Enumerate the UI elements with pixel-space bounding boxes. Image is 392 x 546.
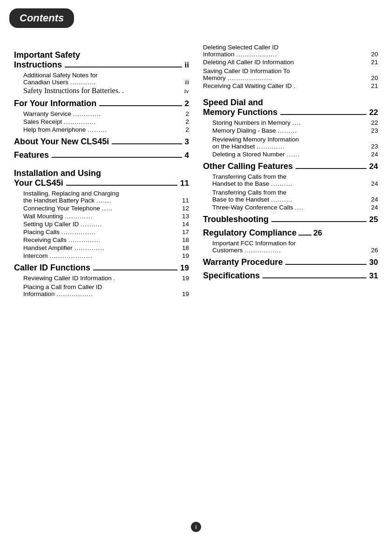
page: Contents Important Safety Instructions i… <box>0 0 392 546</box>
section-heading: Features 4 <box>14 150 189 160</box>
underline <box>93 270 177 270</box>
section-for-your-information: For Your Information 2 Warranty Service … <box>14 99 189 133</box>
underline <box>280 114 366 115</box>
section-heading-line2: Memory Functions 22 <box>203 108 378 117</box>
section-warranty-procedure: Warranty Procedure 30 <box>203 257 378 267</box>
right-column: Deleting Selected Caller ID Information … <box>198 42 378 297</box>
section-heading: Other Calling Features 24 <box>203 162 378 171</box>
main-content: Important Safety Instructions ii Additio… <box>0 28 392 316</box>
subsection-reviewing-caller-id: Reviewing Caller ID Information . 19 <box>23 275 189 282</box>
section-heading-line2: Instructions ii <box>14 60 189 70</box>
underline <box>271 221 366 222</box>
section-features: Features 4 <box>14 150 189 160</box>
section-heading: Troubleshooting 25 <box>203 215 378 224</box>
header-bar: Contents <box>9 8 74 28</box>
underline <box>66 185 177 186</box>
subsection-deleting-stored: Deleting a Stored Number ...... 24 <box>212 151 378 158</box>
subsection-safety-batteries: Safety Instructions for Batteries. . iv <box>23 87 189 95</box>
underline <box>99 105 182 106</box>
left-column: Important Safety Instructions ii Additio… <box>14 42 198 297</box>
section-important-safety: Important Safety Instructions ii Additio… <box>14 50 189 95</box>
underline <box>263 277 366 278</box>
section-heading: Specifications 31 <box>203 271 378 281</box>
subsection-caller-id-setup: Setting Up Caller ID .......... 14 <box>23 221 189 228</box>
subsection-wall-mounting: Wall Mounting ............. 13 <box>23 213 189 220</box>
underline <box>296 168 366 169</box>
subsection-three-way: Three-Way Conference Calls .... 24 <box>212 204 378 211</box>
subsection-help-ameriphone: Help from Ameriphone ......... 2 <box>23 126 189 133</box>
section-troubleshooting: Troubleshooting 25 <box>203 215 378 224</box>
subsection-saving-caller-id: Saving Caller ID Information To Memory .… <box>203 67 378 81</box>
underline <box>298 235 311 236</box>
subsection-warranty-service: Warranty Service ............. 2 <box>23 110 189 117</box>
subsection-safety-notes: Additional Safety Notes for Canadian Use… <box>23 72 189 86</box>
subsection-transferring-from-handset: Transferring Calls from the Handset to t… <box>212 173 378 187</box>
section-heading: Regulatory Compliance 26 <box>203 228 378 238</box>
underline <box>65 67 182 67</box>
section-heading: For Your Information 2 <box>14 99 189 108</box>
subsection-receiving-calls: Receiving Calls ............... 18 <box>23 236 189 243</box>
section-other-calling: Other Calling Features 24 Transferring C… <box>203 162 378 211</box>
subsection-call-waiting: Receiving Call Waiting Caller ID . 21 <box>203 82 378 89</box>
section-speed-dial: Speed Dial and Memory Functions 22 Stori… <box>203 98 378 158</box>
underline <box>52 157 182 158</box>
subsection-fcc-info: Important FCC Information for Customers … <box>212 240 378 254</box>
subsection-installing: Installing, Replacing and Charging the H… <box>23 190 189 204</box>
footer-page-number: i <box>191 522 201 532</box>
subsection-connecting: Connecting Your Telephone ..... 12 <box>23 205 189 212</box>
subsection-storing-numbers: Storing Numbers in Memory .... 22 <box>212 119 378 126</box>
section-regulatory: Regulatory Compliance 26 Important FCC I… <box>203 228 378 254</box>
subsection-transferring-from-base: Transferring Calls from the Base to the … <box>212 189 378 203</box>
section-heading-line1: Installation and Using <box>14 169 189 178</box>
subsection-reviewing-memory: Reviewing Memory Information on the Hand… <box>212 136 378 150</box>
section-heading: Caller ID Functions 19 <box>14 263 189 273</box>
section-heading-line2: Your CLS45i 11 <box>14 178 189 188</box>
subsection-memory-dialing: Memory Dialing - Base ......... 23 <box>212 127 378 134</box>
section-specifications: Specifications 31 <box>203 271 378 281</box>
subsection-intercom: Intercom .................... 19 <box>23 252 189 259</box>
subsection-handset-amplifier: Handset Amplifier .............. 18 <box>23 244 189 251</box>
section-heading: Warranty Procedure 30 <box>203 257 378 267</box>
underline <box>112 143 182 144</box>
subsection-placing-calls: Placing Calls ................ 17 <box>23 229 189 236</box>
section-about: About Your New CLS45i 3 <box>14 137 189 147</box>
subsection-deleting-selected: Deleting Selected Caller ID Information … <box>203 44 378 58</box>
subsection-placing-call-caller-id: Placing a Call from Caller ID Informatio… <box>23 283 189 297</box>
section-heading: About Your New CLS45i 3 <box>14 137 189 147</box>
subsection-sales-receipt: Sales Receipt ............... 2 <box>23 118 189 125</box>
section-heading-line1: Speed Dial and <box>203 98 378 108</box>
section-installation: Installation and Using Your CLS45i 11 In… <box>14 169 189 259</box>
subsection-deleting-all: Deleting All Caller ID Information 21 <box>203 59 378 66</box>
section-heading-line1: Important Safety <box>14 50 189 60</box>
header-title: Contents <box>20 12 64 24</box>
underline <box>285 264 366 265</box>
section-caller-id: Caller ID Functions 19 Reviewing Caller … <box>14 263 189 297</box>
